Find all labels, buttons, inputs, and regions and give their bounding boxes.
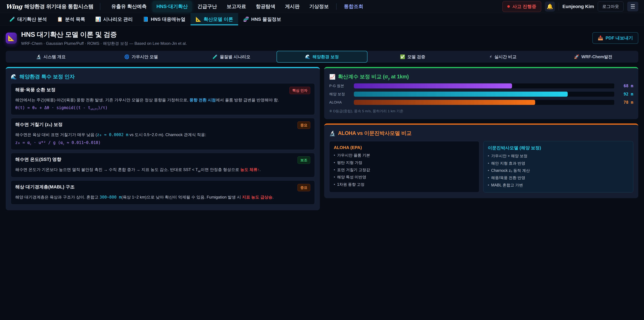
card-body: 해안에서는 주간(해풍)·야간(육풍) 풍향 전환 발생. 기존 가우시안 모델… [15,97,310,103]
sub-tab[interactable]: 📊시나리오 관리 [90,13,138,25]
priority-badge: 중요 [298,122,310,129]
pdf-export-button[interactable]: 📥 PDF 내보내기 [592,32,638,44]
bullet-icon: • [334,153,335,158]
notifications-button[interactable]: 🔔 [545,2,555,12]
section-tab[interactable]: ⚡실시간 비교 [458,51,548,63]
section-tab[interactable]: 🚀WRF-Chem발전 [548,51,638,63]
main-nav-item[interactable]: 항공탐색 [252,1,280,12]
sub-tab-label: 시나리오 관리 [103,16,133,23]
list-item: •해양 특성 미반영 [334,174,475,180]
bar-fill [354,100,535,105]
text-segment: 지표 농도 급상승 [242,195,272,199]
text-segment: θ(t) = θ₀ + Δθ · sigmoid((t - t [15,105,90,110]
list-item-label: 해양 특성 미반영 [337,174,366,180]
text-segment: 이면 안정층 형성으로 [201,167,240,172]
section-tab-label: 물질별 시나리오 [220,54,250,60]
menu-button[interactable]: ☰ [627,2,638,12]
priority-badge: 핵심 인자 [290,87,310,94]
list-item-label: 표면 거칠기 고정값 [337,167,370,173]
list-item-label: 해안 지형 효과 반영 [491,161,525,166]
section-tab-icon: 🚀 [574,54,579,59]
main-nav-item[interactable]: 유출유 확산예측 [107,1,151,12]
section-tab[interactable]: 🌀가우시안 모델 [96,51,186,63]
text-segment: . [260,167,260,172]
bullet-icon: • [488,168,489,173]
section-tab-icon: ✅ [400,54,405,59]
text-segment: z₀ = α [15,140,30,145]
card-header: 해상 대기경계층(MABL) 구조중요 [15,184,310,191]
list-item-label: 가우시안 플룸 기본 [337,153,370,158]
card-title: 해수면 거칠기 (z₀) 보정 [15,122,62,128]
list-item-label: MABL 혼합고 가변 [491,182,523,188]
main-nav-item[interactable]: 보고자료 [223,1,250,12]
ocean-model-feature-list: •가우시안 + 해양 보정•해안 지형 효과 반영•Charnock z₀ 동적… [488,153,629,188]
page-subtitle: WRF-Chem · Gaussian Plume/Puff · ROMS · … [21,41,187,46]
top-navbar: Wing 해양환경 위기대응 통합시스템 유출유 확산예측HNS·대기확산긴급구… [0,0,644,13]
sub-tab[interactable]: 🧪대기확산 분석 [4,13,52,25]
text-segment: 해수면 온도가 기온보다 높으면 열적 불안정 촉진 → 수직 혼합 증가 → … [15,167,198,172]
section-tab-icon: 🔬 [36,54,41,59]
text-segment: 에서 플룸 방향 급변을 반영해야 함. [216,98,279,102]
main-nav-item[interactable]: 통합조회 [340,1,368,12]
sub-tab-icon: 📘 [143,17,148,22]
bullet-icon: • [334,167,335,173]
sub-tab[interactable]: 🧬HNS 물질정보 [238,13,286,25]
section-tab-bar: 🔬시스템 개요🌀가우시안 모델🧪물질별 시나리오🌊해양환경 보정✅모델 검증⚡실… [6,51,638,63]
app-root: Wing 해양환경 위기대응 통합시스템 유출유 확산예측HNS·대기확산긴급구… [0,0,644,210]
text-segment: )/τ) [98,105,108,110]
bar-value: 92 m [618,92,633,97]
brand-logo[interactable]: Wing 해양환경 위기대응 통합시스템 [6,3,94,10]
correction-card: 해상 대기경계층(MABL) 구조중요해양 대기경계층은 육상과 구조가 상이.… [11,180,315,205]
bar-row: 해양 보정92 m [329,92,633,97]
card-header: 해수면 거칠기 (z₀) 보정중요 [15,122,310,129]
formula: θ(t) = θ₀ + Δθ · sigmoid((t - tshift)/τ) [15,105,310,111]
section-tab-label: 모델 검증 [407,54,425,60]
main-nav-item[interactable]: 게시판 [281,1,304,12]
dispersion-panel-title: 📈 확산계수 보정 비교 (σy at 1km) [329,73,633,80]
text-segment: 해수면은 육상 대비 표면 거칠기가 매우 낮음 ( [15,132,97,137]
section-tab[interactable]: ✅모델 검증 [368,51,458,63]
text-segment: 300~800 m [100,195,122,199]
list-item-label: 가우시안 + 해양 보정 [491,153,528,159]
list-item: •MABL 혼합고 가변 [488,182,629,188]
sub-tab-icon: 📋 [57,17,63,22]
logout-button[interactable]: 로그아웃 [598,2,624,12]
card-title: 해풍·육풍 순환 보정 [15,87,56,93]
text-segment: c [30,143,31,146]
priority-badge: 중요 [298,184,310,191]
list-item: •가우시안 + 해양 보정 [488,153,629,159]
sub-tab[interactable]: 📐확산모델 이론 [190,13,238,25]
section-tab-label: 해양환경 보정 [312,54,339,60]
bell-icon: 🔔 [546,3,553,10]
sub-tab-icon: 📊 [95,17,101,22]
section-tab[interactable]: 🌊해양환경 보정 [276,51,368,63]
text-segment: ≈ 0.011~0.018) [64,140,100,145]
card-header: 해풍·육풍 순환 보정핵심 인자 [15,87,310,94]
main-nav-item[interactable]: 기상정보 [306,1,333,12]
status-dot-icon [507,5,510,8]
aloha-model-card: ALOHA (EPA) •가우시안 플룸 기본•평탄 지형 가정•표면 거칠기 … [329,141,479,192]
card-body: 해수면은 육상 대비 표면 거칠기가 매우 낮음 (z₀ ≈ 0.0002 m … [15,132,310,138]
chart-increasing-icon: 📈 [329,74,336,80]
correction-card: 해풍·육풍 순환 보정핵심 인자해안에서는 주간(해풍)·야간(육풍) 풍향 전… [11,83,315,115]
sub-tab[interactable]: 📘HNS 대응매뉴얼 [138,13,190,25]
text-segment: . [272,195,274,199]
text-segment: 농도 체류↑ [240,167,260,172]
main-nav: 유출유 확산예측HNS·대기확산긴급구난보고자료항공탐색게시판기상정보통합조회 [107,1,502,12]
formula: z₀ = αc · u*² / g (αc ≈ 0.011~0.018) [15,140,310,146]
list-item: •해안 지형 효과 반영 [488,161,629,166]
bullet-icon: • [334,182,335,187]
sub-tab[interactable]: 📋분석 목록 [52,13,90,25]
bar-track [354,92,614,97]
section-tab-label: 실시간 비교 [494,54,516,60]
main-nav-item[interactable]: 긴급구난 [194,1,221,12]
main-nav-item[interactable]: HNS·대기확산 [152,1,192,12]
brand-title: 해양환경 위기대응 통합시스템 [24,3,94,10]
sub-tab-label: 확산모델 이론 [204,16,233,23]
incident-status-badge: 사고 진행중 [502,1,541,12]
section-tab[interactable]: 🧪물질별 시나리오 [186,51,276,63]
correction-card-list: 해풍·육풍 순환 보정핵심 인자해안에서는 주간(해풍)·야간(육풍) 풍향 전… [11,83,315,205]
divider [100,3,100,10]
section-tab[interactable]: 🔬시스템 개요 [6,51,96,63]
section-tab-label: WRF-Chem발전 [582,54,612,60]
